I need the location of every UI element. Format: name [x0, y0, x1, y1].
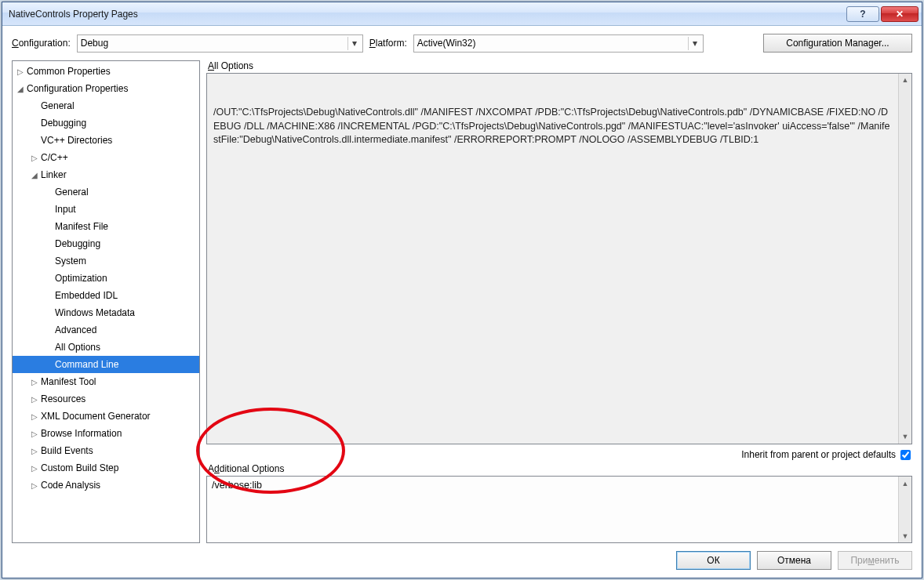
- tree-expander-icon[interactable]: ▷: [16, 67, 25, 76]
- tree-expander-icon[interactable]: ▷: [30, 447, 39, 455]
- scroll-track[interactable]: [899, 87, 911, 430]
- platform-value: Active(Win32): [417, 38, 476, 49]
- scrollbar[interactable]: ▲ ▼: [898, 477, 911, 542]
- inherit-row: Inherit from parent or project defaults: [206, 449, 911, 460]
- tree-expander-icon[interactable]: ▷: [30, 378, 39, 386]
- configuration-value: Debug: [81, 38, 108, 49]
- tree-item[interactable]: ▷Manifest Tool: [13, 373, 199, 390]
- cancel-button[interactable]: Отмена: [757, 551, 831, 570]
- tree-item[interactable]: ▷Common Properties: [13, 63, 199, 80]
- scroll-up-icon[interactable]: ▲: [899, 74, 911, 87]
- tree-expander-icon[interactable]: ▷: [30, 464, 39, 473]
- tree-item-label: Embedded IDL: [53, 290, 118, 301]
- tree-item-label: Optimization: [53, 273, 107, 284]
- additional-options-text: /verbose:lib: [212, 480, 262, 491]
- scrollbar[interactable]: ▲ ▼: [898, 74, 911, 444]
- tree-item[interactable]: ▷C/C++: [13, 149, 199, 166]
- inherit-checkbox[interactable]: [900, 450, 911, 460]
- tree-item-label: All Options: [53, 342, 100, 353]
- configuration-manager-label: Configuration Manager...: [786, 38, 889, 49]
- tree-item[interactable]: ▷Resources: [13, 390, 199, 408]
- tree-item[interactable]: All Options: [13, 339, 199, 356]
- additional-options-textarea[interactable]: /verbose:lib ▲ ▼: [206, 476, 912, 543]
- tree-item[interactable]: General: [13, 183, 199, 201]
- tree-item-label: Debugging: [53, 238, 100, 249]
- tree-item-label: C/C++: [39, 152, 68, 163]
- tree-item-label: Custom Build Step: [39, 462, 118, 473]
- tree-item-label: General: [53, 187, 89, 198]
- tree-item[interactable]: ▷Build Events: [13, 442, 199, 459]
- dialog-content: Configuration: Debug ▾ Platform: Active(…: [2, 26, 922, 578]
- tree-expander-icon[interactable]: ▷: [30, 412, 39, 421]
- tree-item[interactable]: ◢Configuration Properties: [13, 80, 199, 97]
- tree-item[interactable]: ▷Code Analysis: [13, 477, 199, 494]
- tree-item[interactable]: ◢Linker: [13, 166, 199, 183]
- tree-item-label: Manifest File: [53, 221, 108, 232]
- tree-item[interactable]: Debugging: [13, 114, 199, 132]
- inherit-label: Inherit from parent or project defaults: [741, 449, 896, 460]
- scroll-down-icon[interactable]: ▼: [899, 529, 911, 542]
- help-button[interactable]: ?: [846, 6, 879, 22]
- titlebar: NativeControls Property Pages ? ✕: [2, 2, 922, 26]
- tree-item[interactable]: Input: [13, 201, 199, 218]
- nav-tree[interactable]: ▷Common Properties◢Configuration Propert…: [12, 60, 200, 543]
- window-title: NativeControls Property Pages: [9, 9, 846, 20]
- tree-item[interactable]: Debugging: [13, 235, 199, 252]
- tree-item-label: Debugging: [39, 118, 86, 129]
- configuration-combo[interactable]: Debug ▾: [77, 34, 363, 53]
- platform-combo[interactable]: Active(Win32) ▾: [413, 34, 704, 53]
- platform-label: Platform:: [369, 38, 407, 49]
- chevron-down-icon: ▾: [347, 37, 361, 50]
- scroll-track[interactable]: [899, 490, 911, 529]
- tree-item-label: VC++ Directories: [39, 135, 112, 146]
- main-body: ▷Common Properties◢Configuration Propert…: [12, 60, 912, 543]
- tree-item[interactable]: ▷XML Document Generator: [13, 408, 199, 425]
- all-options-textarea[interactable]: /OUT:"C:\TfsProjects\Debug\NativeControl…: [206, 73, 912, 444]
- tree-item[interactable]: Embedded IDL: [13, 287, 199, 304]
- tree-item-label: Configuration Properties: [25, 83, 128, 94]
- tree-item-label: Windows Metadata: [53, 307, 135, 318]
- tree-expander-icon[interactable]: ▷: [30, 154, 39, 162]
- tree-item-label: Input: [53, 204, 76, 215]
- tree-item-label: Common Properties: [25, 66, 111, 77]
- all-options-label: All Options: [208, 60, 912, 71]
- tree-item[interactable]: Optimization: [13, 270, 199, 287]
- tree-expander-icon[interactable]: ◢: [30, 171, 39, 179]
- tree-item[interactable]: Command Line: [13, 356, 199, 373]
- tree-item-label: Build Events: [39, 445, 93, 456]
- tree-item-label: General: [39, 100, 75, 111]
- tree-item[interactable]: General: [13, 97, 199, 114]
- right-panel: All Options /OUT:"C:\TfsProjects\Debug\N…: [206, 60, 912, 543]
- tree-item-label: Linker: [39, 169, 67, 180]
- tree-item-label: Command Line: [53, 359, 118, 370]
- tree-item-label: Code Analysis: [39, 480, 100, 491]
- tree-item[interactable]: VC++ Directories: [13, 132, 199, 149]
- all-options-text: /OUT:"C:\TfsProjects\Debug\NativeControl…: [213, 106, 905, 147]
- tree-expander-icon[interactable]: ▷: [30, 395, 39, 404]
- additional-options-label: Additional Options: [208, 463, 912, 474]
- scroll-down-icon[interactable]: ▼: [899, 430, 911, 444]
- tree-item-label: Resources: [39, 393, 85, 404]
- tree-item[interactable]: Manifest File: [13, 218, 199, 235]
- tree-item-label: Browse Information: [39, 428, 122, 439]
- tree-expander-icon[interactable]: ◢: [16, 85, 25, 93]
- configuration-manager-button[interactable]: Configuration Manager...: [763, 34, 912, 53]
- tree-item[interactable]: ▷Browse Information: [13, 425, 199, 442]
- ok-button[interactable]: ОК: [676, 551, 751, 570]
- tree-item[interactable]: Advanced: [13, 321, 199, 339]
- close-button[interactable]: ✕: [881, 6, 919, 22]
- apply-button: Применить: [838, 551, 912, 570]
- tree-item-label: System: [53, 256, 86, 266]
- config-row: Configuration: Debug ▾ Platform: Active(…: [12, 34, 912, 53]
- scroll-up-icon[interactable]: ▲: [899, 477, 911, 490]
- dialog-window: NativeControls Property Pages ? ✕ Config…: [2, 2, 922, 578]
- tree-item-label: Manifest Tool: [39, 376, 96, 387]
- tree-item-label: XML Document Generator: [39, 411, 151, 422]
- tree-item[interactable]: ▷Custom Build Step: [13, 459, 199, 477]
- tree-item[interactable]: System: [13, 252, 199, 270]
- chevron-down-icon: ▾: [688, 37, 701, 50]
- tree-expander-icon[interactable]: ▷: [30, 430, 39, 438]
- tree-expander-icon[interactable]: ▷: [30, 481, 39, 490]
- tree-item-label: Advanced: [53, 324, 96, 335]
- tree-item[interactable]: Windows Metadata: [13, 304, 199, 321]
